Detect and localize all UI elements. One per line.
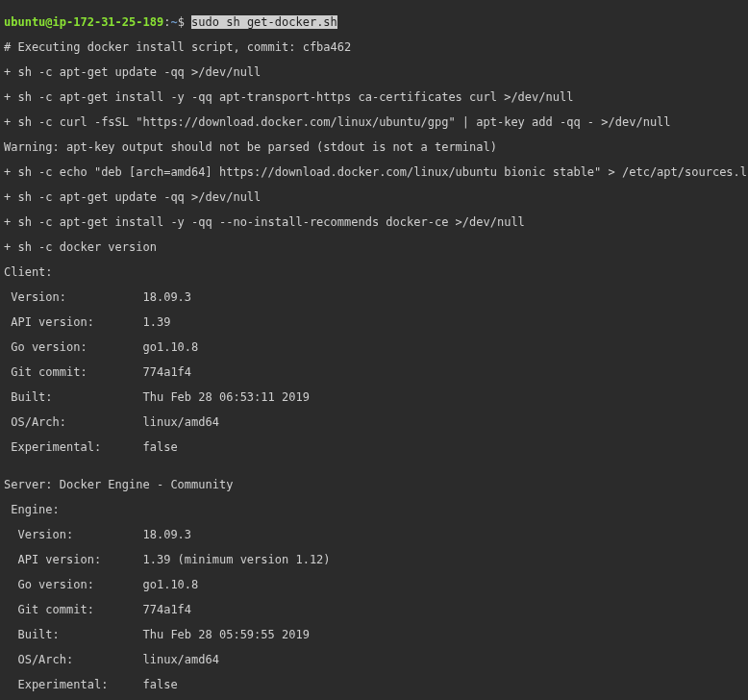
output-line: # Executing docker install script, commi… [4, 41, 744, 54]
output-line: Experimental: false [4, 679, 744, 691]
prompt-path: ~ [170, 15, 177, 29]
output-line: Engine: [4, 504, 744, 516]
prompt-userhost: ubuntu@ip-172-31-25-189 [4, 15, 163, 29]
output-line: Experimental: false [4, 441, 744, 454]
output-line: Warning: apt-key output should not be pa… [4, 141, 744, 154]
prompt-dollar: $ [178, 15, 191, 29]
output-line: + sh -c docker version [4, 241, 744, 254]
output-line: OS/Arch: linux/amd64 [4, 654, 744, 666]
output-line: + sh -c apt-get update -qq >/dev/null [4, 66, 744, 79]
output-line: Built: Thu Feb 28 05:59:55 2019 [4, 629, 744, 641]
output-line: Built: Thu Feb 28 06:53:11 2019 [4, 391, 744, 404]
output-line: Server: Docker Engine - Community [4, 479, 744, 491]
output-line: Version: 18.09.3 [4, 291, 744, 304]
output-line: API version: 1.39 [4, 316, 744, 329]
output-line: Git commit: 774a1f4 [4, 604, 744, 616]
prompt-line-1: ubuntu@ip-172-31-25-189:~$ sudo sh get-d… [4, 16, 744, 29]
output-line: + sh -c apt-get install -y -qq apt-trans… [4, 91, 744, 104]
output-line: API version: 1.39 (minimum version 1.12) [4, 554, 744, 566]
output-line: Client: [4, 266, 744, 279]
output-line: Git commit: 774a1f4 [4, 366, 744, 379]
output-line: + sh -c apt-get update -qq >/dev/null [4, 191, 744, 204]
terminal[interactable]: ubuntu@ip-172-31-25-189:~$ sudo sh get-d… [0, 0, 748, 700]
output-line: Go version: go1.10.8 [4, 341, 744, 354]
output-line: + sh -c apt-get install -y -qq --no-inst… [4, 216, 744, 229]
output-line: Version: 18.09.3 [4, 529, 744, 541]
output-line: + sh -c curl -fsSL "https://download.doc… [4, 116, 744, 129]
output-line: Go version: go1.10.8 [4, 579, 744, 591]
output-line: OS/Arch: linux/amd64 [4, 416, 744, 429]
entered-command: sudo sh get-docker.sh [191, 15, 337, 29]
output-line: + sh -c echo "deb [arch=amd64] https://d… [4, 166, 744, 179]
